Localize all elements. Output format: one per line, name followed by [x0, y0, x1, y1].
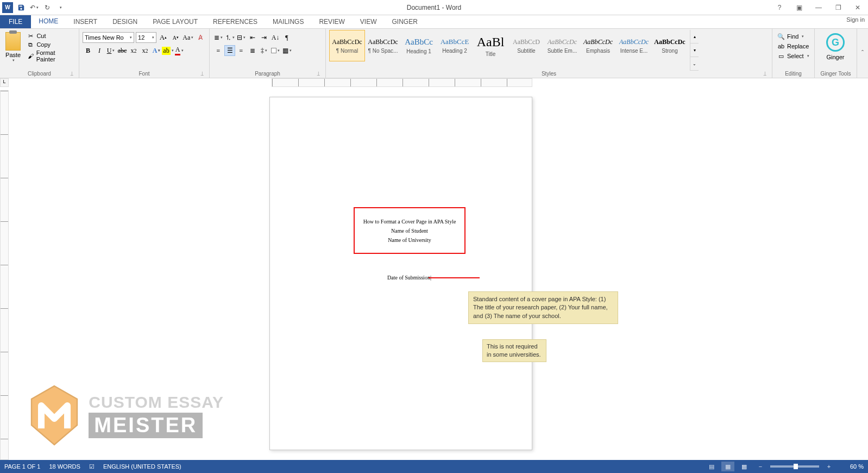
horizontal-ruler[interactable] [272, 78, 532, 87]
comment-box-1: Standard content of a cover page in APA … [468, 291, 618, 324]
select-icon: ▭ [777, 52, 785, 60]
shrink-font-button[interactable]: A▾ [170, 32, 181, 43]
change-case-button[interactable]: Aa▾ [183, 32, 193, 43]
multilevel-list-button[interactable]: ⊟▾ [236, 32, 247, 43]
collapse-ribbon-icon[interactable]: ˆ [857, 29, 868, 78]
tab-insert[interactable]: INSERT [66, 15, 105, 28]
zoom-level[interactable]: 60 % [839, 463, 864, 470]
highlight-button[interactable]: ab▾ [162, 45, 173, 56]
decrease-indent-button[interactable]: ⇤ [247, 32, 258, 43]
quick-access-toolbar: W ↶▾ ↻ ▾ [0, 2, 65, 13]
copy-button[interactable]: ⧉Copy [25, 41, 76, 48]
bold-button[interactable]: B [83, 45, 93, 56]
zoom-slider[interactable] [770, 465, 819, 468]
word-count[interactable]: 18 WORDS [49, 463, 80, 470]
cut-button[interactable]: ✂Cut [25, 32, 76, 40]
find-button[interactable]: 🔍Find▾ [776, 32, 811, 41]
shading-button[interactable]: ▾ [270, 45, 281, 56]
styles-launcher-icon[interactable]: ⟘ [762, 71, 768, 77]
group-styles: AaBbCcDc¶ NormalAaBbCcDc¶ No Spac...AaBb… [326, 29, 772, 78]
numbering-button[interactable]: ⒈▾ [224, 32, 235, 43]
increase-indent-button[interactable]: ⇥ [259, 32, 269, 43]
replace-button[interactable]: abReplace [776, 42, 811, 51]
tab-mailings[interactable]: MAILINGS [265, 15, 311, 28]
vertical-ruler[interactable] [0, 90, 9, 460]
paragraph-launcher-icon[interactable]: ⟘ [316, 71, 321, 77]
ribbon: Paste ▾ ✂Cut ⧉Copy 🖌Format Painter Clipb… [0, 28, 868, 78]
style-item-subtle-em---[interactable]: AaBbCcDcSubtle Em... [544, 30, 580, 61]
save-icon[interactable] [16, 3, 26, 13]
style-item-heading-2[interactable]: AaBbCcEHeading 2 [437, 30, 473, 61]
format-painter-button[interactable]: 🖌Format Painter [25, 49, 76, 63]
align-center-button[interactable]: ☰ [224, 45, 235, 56]
language-indicator[interactable]: ENGLISH (UNITED STATES) [103, 463, 181, 470]
font-launcher-icon[interactable]: ⟘ [199, 71, 205, 77]
subscript-button[interactable]: x2 [128, 45, 139, 56]
qat-customize-icon[interactable]: ▾ [55, 3, 65, 13]
clipboard-launcher-icon[interactable]: ⟘ [69, 71, 74, 77]
document-page[interactable]: How to Format a Cover Page in APA Style … [269, 97, 532, 450]
scissors-icon: ✂ [27, 32, 34, 40]
print-layout-icon[interactable]: ▦ [721, 462, 734, 471]
group-editing: 🔍Find▾ abReplace ▭Select▾ Editing [772, 29, 815, 78]
read-mode-icon[interactable]: ▤ [705, 462, 718, 471]
zoom-out-icon[interactable]: − [754, 462, 767, 471]
tab-view[interactable]: VIEW [353, 15, 385, 28]
justify-button[interactable]: ≣ [247, 45, 258, 56]
grow-font-button[interactable]: A▴ [158, 32, 169, 43]
undo-icon[interactable]: ↶▾ [29, 3, 39, 13]
style-item---normal[interactable]: AaBbCcDc¶ Normal [329, 30, 365, 61]
style-item---no-spac---[interactable]: AaBbCcDc¶ No Spac... [365, 30, 401, 61]
line-spacing-button[interactable]: ‡▾ [259, 45, 269, 56]
style-item-title[interactable]: AaBlTitle [473, 30, 508, 61]
style-item-heading-1[interactable]: AaBbCcHeading 1 [401, 30, 437, 61]
style-item-intense-e---[interactable]: AaBbCcDcIntense E... [616, 30, 652, 61]
bullets-button[interactable]: ≣▾ [213, 32, 224, 43]
font-color-button[interactable]: A▾ [174, 45, 185, 56]
tab-ginger[interactable]: GINGER [384, 15, 425, 28]
proofing-icon[interactable]: ☑ [89, 463, 95, 470]
tab-review[interactable]: REVIEW [311, 15, 352, 28]
style-item-emphasis[interactable]: AaBbCcDcEmphasis [580, 30, 616, 61]
strikethrough-button[interactable]: abc [117, 45, 128, 56]
align-right-button[interactable]: ≡ [236, 45, 247, 56]
borders-button[interactable]: ▦▾ [281, 45, 292, 56]
paste-button[interactable]: Paste ▾ [3, 30, 23, 71]
italic-button[interactable]: I [94, 45, 105, 56]
gallery-down-icon[interactable]: ▾ [690, 43, 699, 57]
tab-file[interactable]: FILE [0, 15, 31, 28]
font-name-combo[interactable]: Times New Ro▾ [83, 32, 134, 43]
tab-references[interactable]: REFERENCES [205, 15, 265, 28]
gallery-up-icon[interactable]: ▴ [690, 30, 699, 43]
tab-page-layout[interactable]: PAGE LAYOUT [145, 15, 205, 28]
show-hide-button[interactable]: ¶ [281, 32, 292, 43]
style-item-strong[interactable]: AaBbCcDcStrong [652, 30, 688, 61]
text-effects-button[interactable]: A▾ [151, 45, 162, 56]
tab-home[interactable]: HOME [31, 15, 66, 28]
sign-in-link[interactable]: Sign in [846, 16, 865, 23]
clear-formatting-button[interactable]: A̷ [195, 32, 206, 43]
help-icon[interactable]: ? [772, 2, 787, 13]
group-clipboard: Paste ▾ ✂Cut ⧉Copy 🖌Format Painter Clipb… [0, 29, 79, 78]
copy-icon: ⧉ [27, 41, 34, 48]
zoom-in-icon[interactable]: + [822, 462, 835, 471]
annotation-box-main: How to Format a Cover Page in APA Style … [354, 207, 466, 254]
select-button[interactable]: ▭Select▾ [776, 52, 811, 60]
tab-design[interactable]: DESIGN [105, 15, 145, 28]
ruler-corner: L [0, 78, 9, 87]
font-size-combo[interactable]: 12▾ [136, 32, 156, 43]
style-item-subtitle[interactable]: AaBbCcDSubtitle [508, 30, 544, 61]
superscript-button[interactable]: x2 [140, 45, 150, 56]
align-left-button[interactable]: ≡ [213, 45, 224, 56]
page-indicator[interactable]: PAGE 1 OF 1 [4, 463, 40, 470]
underline-button[interactable]: U▾ [105, 45, 116, 56]
redo-icon[interactable]: ↻ [42, 3, 52, 13]
minimize-icon[interactable]: — [812, 2, 826, 13]
ginger-button[interactable]: G Ginger [818, 30, 853, 60]
maximize-icon[interactable]: ❐ [831, 2, 845, 13]
close-icon[interactable]: ✕ [851, 2, 865, 13]
ribbon-display-icon[interactable]: ▣ [792, 2, 806, 13]
web-layout-icon[interactable]: ▩ [738, 462, 751, 471]
gallery-more-icon[interactable]: ⌄ [690, 57, 699, 71]
sort-button[interactable]: A↓ [270, 32, 281, 43]
